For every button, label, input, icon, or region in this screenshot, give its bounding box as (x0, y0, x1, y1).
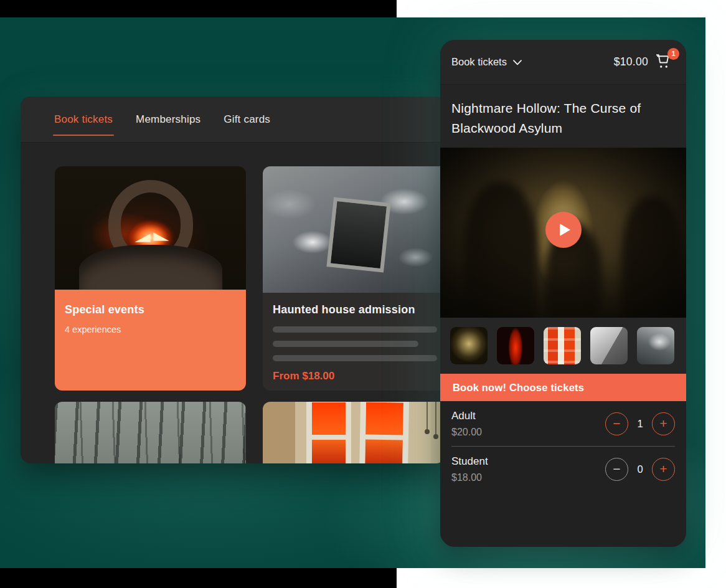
window-shape (306, 402, 351, 463)
card-info-panel: Haunted house admission From $18.00 (263, 293, 446, 382)
card-special-events[interactable]: Special events 4 experiences (55, 166, 246, 391)
ticket-selector: Adult $20.00 − 1 + Student $18.00 − 0 (440, 401, 686, 547)
chevron-down-icon (513, 60, 522, 65)
tab-memberships[interactable]: Memberships (136, 113, 200, 126)
thumbnail-staircase[interactable] (637, 327, 674, 364)
card-forest[interactable] (55, 402, 246, 463)
cord-dot (425, 429, 430, 434)
play-icon (560, 224, 570, 236)
ticket-name: Student (451, 455, 488, 468)
ticket-row-student: Student $18.00 − 0 + (440, 447, 686, 491)
minus-icon: − (613, 462, 620, 475)
minus-icon: − (613, 417, 620, 430)
increase-button[interactable]: + (652, 458, 675, 481)
cart-summary: $10.00 1 (614, 52, 676, 72)
window-shape (359, 402, 409, 463)
card-red-windows[interactable] (263, 402, 446, 463)
cart-badge: 1 (667, 48, 679, 60)
plus-icon: + (659, 417, 667, 430)
book-tickets-dropdown[interactable]: Book tickets (451, 56, 522, 68)
play-button[interactable] (545, 212, 582, 248)
quantity-stepper: − 0 + (605, 458, 675, 481)
thumbnail-interior[interactable] (590, 327, 628, 364)
decrease-button[interactable]: − (605, 458, 628, 481)
skeleton-line (273, 355, 437, 361)
thumbnail-red-doors[interactable] (544, 327, 581, 364)
ticket-info: Adult $20.00 (451, 410, 482, 438)
stairwell-shape (326, 197, 390, 272)
ticket-name: Adult (451, 410, 482, 422)
ticket-price: $18.00 (451, 472, 488, 483)
page-canvas: Book tickets Memberships Gift cards Spec… (0, 0, 726, 588)
skeleton-line (273, 326, 437, 333)
event-title-section: Nightmare Hollow: The Curse of Blackwood… (440, 84, 686, 148)
cord-dot (433, 434, 438, 439)
cart-total: $10.00 (614, 55, 648, 69)
thumbnail-strip (440, 318, 686, 374)
thumbnail-zombies[interactable] (450, 327, 488, 364)
tab-gift-cards[interactable]: Gift cards (224, 113, 270, 126)
tab-book-tickets[interactable]: Book tickets (54, 113, 113, 126)
staircase-image (263, 166, 446, 293)
quantity-stepper: − 1 + (605, 412, 675, 435)
plus-icon: + (659, 462, 667, 475)
cord-shape (427, 402, 428, 429)
book-now-banner: Book now! Choose tickets (440, 374, 686, 401)
ticket-info: Student $18.00 (451, 455, 488, 483)
card-title: Special events (65, 303, 236, 316)
ticket-count: 0 (636, 463, 644, 475)
card-price-label: From $18.00 (273, 370, 444, 382)
card-info-panel: Special events 4 experiences (55, 290, 246, 391)
banner-label: Book now! Choose tickets (453, 382, 584, 394)
card-haunted-house[interactable]: Haunted house admission From $18.00 (263, 166, 446, 391)
storefront-card-grid: Special events 4 experiences Haunted hou… (21, 143, 446, 463)
storefront-tab-bar: Book tickets Memberships Gift cards (21, 97, 446, 143)
storefront-window: Book tickets Memberships Gift cards Spec… (21, 97, 446, 463)
cart-button[interactable]: 1 (654, 52, 676, 72)
thumbnail-red-doorway[interactable] (497, 327, 534, 364)
window-bar (365, 434, 403, 440)
booking-widget: Book tickets $10.00 1 Nightmare Holl (440, 40, 686, 547)
skeleton-line (273, 341, 418, 347)
card-title: Haunted house admission (273, 303, 444, 316)
card-subtitle: 4 experiences (65, 325, 236, 334)
dropdown-label: Book tickets (451, 56, 507, 68)
increase-button[interactable]: + (652, 412, 675, 435)
decrease-button[interactable]: − (605, 412, 628, 435)
ticket-count: 1 (636, 418, 644, 430)
window-bar (312, 435, 346, 440)
cord-shape (435, 402, 436, 434)
pumpkin-figure-image (55, 166, 246, 290)
event-title: Nightmare Hollow: The Curse of Blackwood… (451, 98, 663, 138)
ticket-row-adult: Adult $20.00 − 1 + (440, 401, 686, 446)
forest-image (55, 402, 246, 463)
red-windows-image (263, 402, 446, 463)
event-video-preview (440, 148, 686, 318)
ticket-price: $20.00 (451, 427, 482, 438)
figure-torso (79, 245, 222, 290)
widget-header: Book tickets $10.00 1 (440, 40, 686, 84)
